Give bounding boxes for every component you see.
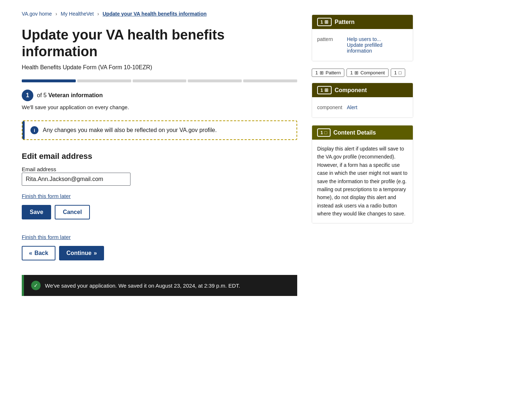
component-row-key: component (317, 104, 343, 110)
pattern-badge-num: 1 (320, 19, 323, 25)
pattern-card-body: pattern Help users to... Update prefille… (312, 29, 413, 61)
breadcrumb-parent-link[interactable]: My HealtheVet (61, 11, 94, 17)
pattern-badge-icon: ⊞ (324, 19, 328, 25)
chip-pattern: 1 ⊞ Pattern (312, 69, 344, 77)
pattern-chips-row: 1 ⊞ Pattern 1 ⊞ Component 1 □ (312, 69, 413, 77)
chip-extra-icon: □ (399, 70, 402, 75)
content-details-header: 1 □ Content Details (312, 125, 413, 140)
alert-text: Any changes you make will also be reflec… (43, 127, 217, 133)
pattern-row-val: Help users to... Update prefilled inform… (347, 36, 408, 54)
component-badge-num: 1 (320, 87, 323, 93)
component-card-title: Component (335, 87, 367, 94)
back-continue-row: « Back Continue » (22, 246, 297, 260)
form-subtitle: Health Benefits Update Form (VA Form 10-… (22, 64, 297, 71)
content-details-badge-num: 1 (320, 130, 323, 135)
email-field-label: Email address (22, 166, 56, 172)
breadcrumb-home-link[interactable]: VA.gov home (22, 11, 52, 17)
back-button-label: Back (34, 250, 48, 256)
save-notification-text: We've saved your application. We saved i… (45, 283, 240, 289)
continue-chevrons-icon: » (94, 250, 97, 256)
progress-bar (22, 79, 297, 82)
continue-button[interactable]: Continue » (59, 246, 104, 260)
cancel-button[interactable]: Cancel (55, 205, 90, 219)
save-cancel-row: Save Cancel (22, 205, 297, 219)
pattern-card-header: 1 ⊞ Pattern (312, 15, 413, 29)
step-section-name: Veteran information (48, 92, 103, 98)
component-badge: 1 ⊞ (317, 86, 332, 94)
breadcrumb-current: Update your VA health benefits informati… (103, 11, 207, 17)
content-details-badge-icon: □ (324, 130, 327, 135)
component-link[interactable]: Alert (347, 104, 357, 110)
continue-button-label: Continue (66, 250, 91, 256)
pattern-link-2[interactable]: Update prefilled information (347, 42, 382, 54)
save-note: We'll save your application on every cha… (22, 104, 297, 110)
step-label: of 5 Veteran information (37, 92, 103, 99)
progress-segment-3 (133, 79, 187, 82)
step-of-text: of 5 (37, 92, 48, 98)
component-card-header: 1 ⊞ Component (312, 83, 413, 97)
pattern-badge: 1 ⊞ (317, 18, 332, 26)
breadcrumb: VA.gov home › My HealtheVet › Update you… (22, 11, 297, 17)
pattern-row-key: pattern (317, 36, 343, 54)
component-row-val: Alert (347, 104, 357, 110)
chip-extra: 1 □ (391, 69, 405, 77)
component-row: component Alert (317, 102, 408, 113)
chip-component: 1 ⊞ Component (347, 69, 388, 77)
progress-segment-1 (22, 79, 76, 82)
alert-inner: i Any changes you make will also be refl… (25, 121, 296, 139)
pattern-card: 1 ⊞ Pattern pattern Help users to... Upd… (312, 15, 413, 61)
content-details-badge: 1 □ (317, 128, 331, 137)
breadcrumb-sep-1: › (55, 11, 57, 17)
save-notification: ✓ We've saved your application. We saved… (22, 275, 297, 296)
pattern-link-1[interactable]: Help users to... (347, 36, 381, 42)
content-details-body: Display this alert if updates will save … (312, 140, 413, 223)
back-chevrons-icon: « (29, 250, 32, 256)
chip-pattern-icon: ⊞ (320, 70, 324, 75)
finish-later-link-top[interactable]: Finish this form later (22, 193, 297, 199)
chip-component-icon: ⊞ (354, 70, 358, 75)
back-button[interactable]: « Back (22, 246, 55, 260)
pattern-card-title: Pattern (335, 19, 354, 25)
chip-pattern-label: Pattern (325, 70, 341, 75)
page-title: Update your VA health benefits informati… (22, 27, 297, 60)
main-content: VA.gov home › My HealtheVet › Update you… (22, 11, 297, 296)
content-details-card: 1 □ Content Details Display this alert i… (312, 125, 413, 223)
info-alert: i Any changes you make will also be refl… (22, 120, 297, 140)
edit-section-title: Edit email address (22, 152, 297, 161)
chip-component-label: Component (360, 70, 385, 75)
email-input[interactable] (22, 173, 130, 186)
check-icon: ✓ (31, 281, 41, 290)
save-button[interactable]: Save (22, 205, 51, 219)
content-details-title: Content Details (333, 129, 376, 136)
chip-extra-num: 1 (394, 70, 397, 75)
progress-segment-2 (77, 79, 131, 82)
progress-segment-4 (188, 79, 242, 82)
chip-pattern-num: 1 (315, 70, 318, 75)
chip-component-num: 1 (350, 70, 353, 75)
pattern-row: pattern Help users to... Update prefille… (317, 33, 408, 57)
finish-later-link-bottom[interactable]: Finish this form later (22, 234, 297, 240)
step-indicator: 1 of 5 Veteran information (22, 90, 297, 101)
breadcrumb-sep-2: › (97, 11, 99, 17)
component-badge-icon: ⊞ (324, 87, 328, 93)
component-card-body: component Alert (312, 97, 413, 118)
sidebar: 1 ⊞ Pattern pattern Help users to... Upd… (312, 11, 413, 296)
progress-segment-5 (243, 79, 297, 82)
info-icon: i (30, 126, 38, 134)
component-card: 1 ⊞ Component component Alert (312, 83, 413, 118)
step-number: 1 (22, 90, 33, 101)
